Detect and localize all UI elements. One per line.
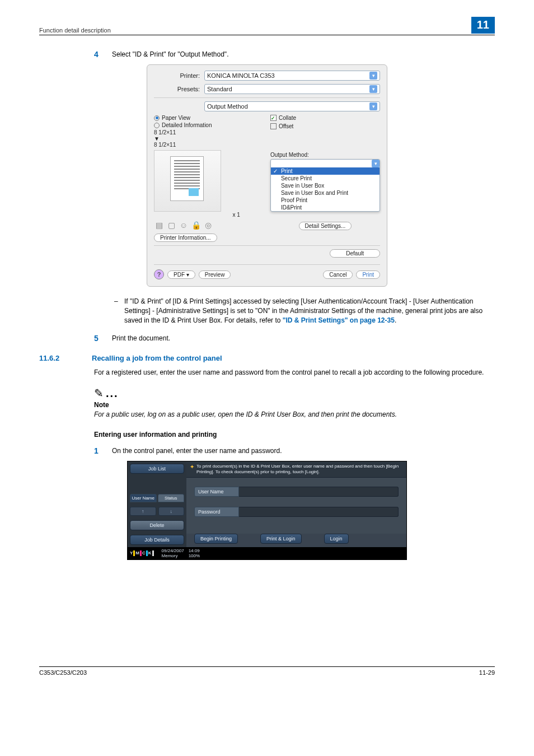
printer-label: Printer: — [154, 72, 204, 79]
note-dots: ... — [106, 387, 119, 400]
step-5-text: Print the document. — [112, 334, 495, 343]
password-field[interactable]: Password — [194, 507, 399, 517]
printer-select-value: KONICA MINOLTA C353 — [207, 72, 275, 79]
begin-printing-button[interactable]: Begin Printing — [194, 534, 238, 544]
footer-model: C353/C253/C203 — [39, 669, 87, 676]
user-name-input[interactable] — [239, 487, 399, 497]
dropdown-arrow-icon: ▾ — [372, 160, 380, 167]
section-title: Recalling a job from the control panel — [92, 354, 222, 362]
radio-unselected-icon — [154, 123, 160, 128]
cross-ref-link[interactable]: "ID & Print Settings" on page 12-35 — [283, 316, 395, 324]
default-button[interactable]: Default — [330, 249, 380, 258]
toner-levels: Y M C K — [130, 550, 154, 556]
dd-item-secure-print[interactable]: Secure Print — [271, 175, 380, 182]
toner-k: K — [148, 550, 154, 556]
panel-hint: ✦ To print document(s) in the ID & Print… — [186, 461, 406, 478]
chapter-badge: 11 — [471, 17, 495, 34]
pdf-menu-button[interactable]: PDF ▾ — [167, 270, 195, 279]
size-arrow-icon: ▼ — [154, 136, 263, 142]
print-and-login-button[interactable]: Print & Login — [260, 534, 302, 544]
paper-size-a: 8 1/2×11 — [154, 129, 263, 136]
login-button[interactable]: Login — [324, 534, 349, 544]
user-name-field[interactable]: User Name — [194, 487, 399, 497]
status-memory-value: 100% — [189, 553, 200, 558]
password-input[interactable] — [239, 507, 399, 517]
status-bar: Y M C K 09/24/2007 Memory 14:09 100% — [128, 547, 406, 559]
note-text: For a public user, log on as a public us… — [94, 410, 495, 419]
pane-select-value: Output Method — [207, 103, 248, 110]
job-details-button[interactable]: Job Details — [130, 535, 184, 545]
presets-select-value: Standard — [207, 86, 232, 92]
step-1b-text: On the control panel, enter the user nam… — [112, 446, 495, 455]
offset-checkbox[interactable]: Offset — [270, 123, 380, 129]
note-heading: Note — [94, 401, 495, 409]
radio-detailed-info[interactable]: Detailed Information — [154, 122, 263, 128]
delete-button[interactable]: Delete — [130, 520, 184, 530]
password-label: Password — [194, 507, 239, 517]
paper-size-b: 8 1/2×11 — [154, 142, 263, 148]
step-5-number: 5 — [94, 334, 102, 343]
tab-status[interactable]: Status — [158, 494, 185, 502]
checkbox-unchecked-icon — [270, 123, 277, 129]
print-button[interactable]: Print — [356, 270, 380, 279]
toner-m: M — [135, 550, 142, 556]
step-4-number: 4 — [94, 50, 102, 59]
status-date: 09/24/2007 — [162, 548, 184, 553]
toner-y: Y — [130, 550, 135, 556]
output-method-dropdown[interactable]: ▾ Print Secure Print Save in User Box Sa… — [270, 159, 380, 212]
user-icon: ☺ — [179, 220, 189, 230]
note-block: ✎ ... Note For a public user, log on as … — [94, 386, 495, 419]
footer-page: 11-29 — [479, 669, 495, 676]
pane-select[interactable]: Output Method ▾ — [204, 101, 380, 111]
tab-user-name[interactable]: User Name — [130, 494, 157, 502]
dd-item-save-user-box-print[interactable]: Save in User Box and Print — [271, 189, 380, 197]
header-section-title: Function detail description — [39, 27, 111, 34]
job-list-button[interactable]: Job List — [130, 464, 184, 474]
presets-select[interactable]: Standard ▾ — [204, 84, 380, 94]
section-paragraph: For a registered user, enter the user na… — [94, 368, 495, 377]
help-button[interactable]: ? — [154, 269, 164, 279]
note-icon: ✎ — [94, 386, 104, 400]
preview-button[interactable]: Preview — [199, 270, 231, 279]
dd-item-proof-print[interactable]: Proof Print — [271, 197, 380, 204]
detail-settings-button[interactable]: Detail Settings... — [299, 222, 352, 230]
toner-c: C — [142, 550, 148, 556]
printer-select[interactable]: KONICA MINOLTA C353 ▾ — [204, 71, 380, 81]
dd-item-id-print[interactable]: ID&Print — [271, 204, 380, 211]
dropdown-arrow-icon: ▾ — [369, 72, 377, 80]
step-1b-number: 1 — [94, 446, 102, 455]
cancel-button[interactable]: Cancel — [323, 270, 353, 279]
presets-label: Presets: — [154, 86, 204, 92]
dropdown-arrow-icon: ▾ — [369, 102, 377, 110]
print-dialog: Printer: KONICA MINOLTA C353 ▾ Presets: … — [147, 64, 387, 287]
status-time: 14:09 — [189, 548, 200, 553]
status-memory-label: Memory — [162, 553, 184, 558]
scroll-down-button[interactable]: ↓ — [158, 507, 185, 516]
hint-icon: ✦ — [190, 464, 194, 475]
printer-information-button[interactable]: Printer Information... — [154, 234, 217, 242]
user-name-label: User Name — [194, 487, 239, 497]
control-panel: Job List User Name Status ↑ ↓ Delete Job… — [127, 461, 407, 560]
stamp-icon: ◎ — [203, 220, 213, 230]
dd-item-save-user-box[interactable]: Save in User Box — [271, 182, 380, 189]
bullet-dash: – — [114, 297, 120, 325]
section-number: 11.6.2 — [39, 354, 78, 362]
checkbox-checked-icon: ✓ — [270, 115, 277, 121]
page-icon: ▢ — [166, 220, 176, 230]
option-icons-row: ▤ ▢ ☺ 🔒 ◎ — [154, 220, 263, 230]
output-method-label: Output Method: — [270, 152, 380, 158]
bullet-text: If "ID & Print" of [ID & Print Settings]… — [124, 297, 495, 325]
preview-thumbnail — [154, 150, 221, 212]
dd-item-print[interactable]: Print — [271, 167, 380, 175]
dropdown-arrow-icon: ▾ — [369, 85, 377, 93]
subheading: Entering user information and printing — [94, 431, 495, 438]
step-4-text: Select "ID & Print" for "Output Method". — [112, 50, 495, 59]
collate-checkbox[interactable]: ✓ Collate — [270, 115, 380, 121]
radio-paper-view[interactable]: Paper View — [154, 115, 263, 121]
lock-icon: 🔒 — [191, 220, 201, 230]
scroll-up-button[interactable]: ↑ — [130, 507, 156, 516]
radio-selected-icon — [154, 115, 160, 121]
layout-icon: ▤ — [154, 220, 164, 230]
copies-indicator: x 1 — [154, 212, 240, 218]
